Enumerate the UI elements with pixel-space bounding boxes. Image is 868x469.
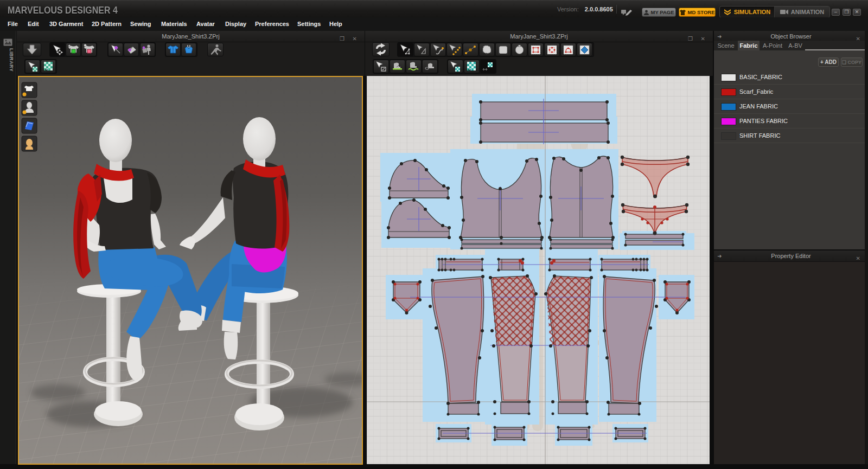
- svg-text:P: P: [45, 68, 48, 73]
- svg-text:P: P: [468, 68, 471, 73]
